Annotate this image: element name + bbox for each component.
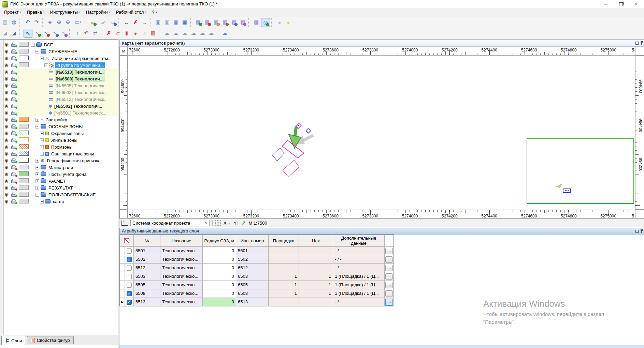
printer-icon[interactable] bbox=[11, 43, 16, 46]
tree-expand-icon[interactable]: + bbox=[35, 172, 39, 176]
layer-label[interactable]: Магистрали bbox=[47, 165, 74, 170]
cell-radius[interactable]: 0 bbox=[203, 281, 236, 289]
checkbox-cell[interactable]: ✓ bbox=[125, 289, 133, 298]
del-node-cursor-icon[interactable]: ↖ bbox=[42, 29, 50, 37]
pan-map-icon[interactable]: ◈ bbox=[46, 18, 54, 26]
visibility-eye-icon[interactable]: ◉ bbox=[4, 90, 8, 95]
table-del-row-icon[interactable]: ▦ bbox=[203, 18, 211, 26]
layer-label[interactable]: Сан. защитные зоны bbox=[50, 151, 95, 157]
cell-radius[interactable]: 0 bbox=[203, 255, 236, 263]
tree-expand-icon[interactable]: + bbox=[35, 159, 39, 163]
rect-select-cursor-icon[interactable]: ↖ bbox=[51, 29, 59, 37]
printer-icon[interactable] bbox=[11, 152, 16, 155]
menu-item-4[interactable]: Рабочий стол▾ bbox=[113, 8, 149, 16]
table-add-row-icon[interactable]: ▦ bbox=[194, 18, 202, 26]
cell-name[interactable]: Технологическо... bbox=[160, 272, 202, 281]
layer-label[interactable]: ВСЕ bbox=[43, 42, 54, 48]
minimize-button[interactable] bbox=[598, 0, 613, 8]
printer-icon[interactable] bbox=[11, 124, 16, 128]
tree-collapse-icon[interactable]: − bbox=[44, 63, 48, 67]
checkbox-unchecked[interactable] bbox=[127, 248, 132, 254]
visibility-eye-icon[interactable]: ◉ bbox=[4, 62, 8, 67]
cell-extra-data[interactable]: 1 (Площадка) / 1 (Ц... bbox=[333, 281, 384, 289]
layers-scrollbar[interactable] bbox=[0, 40, 4, 335]
layer-label[interactable]: [№6512] Технологическ... bbox=[55, 96, 109, 102]
checkbox-cell[interactable] bbox=[125, 247, 133, 255]
zoom-out-icon[interactable]: ⊖ bbox=[64, 18, 72, 26]
tree-expand-icon[interactable]: + bbox=[40, 200, 44, 203]
search-area-icon[interactable]: ◎ bbox=[261, 18, 270, 27]
visibility-eye-icon[interactable]: ◉ bbox=[4, 171, 8, 177]
circle-points-icon[interactable]: ◌ bbox=[140, 29, 148, 37]
cell-inv-number[interactable]: 5502 bbox=[236, 255, 268, 263]
browse-button[interactable]: … bbox=[385, 273, 393, 280]
layer-label[interactable]: РАСЧЕТ bbox=[47, 178, 67, 184]
cell-inv-number[interactable]: 6512 bbox=[236, 264, 268, 272]
clone-map-icon[interactable]: ▣ bbox=[172, 18, 180, 26]
cell-name[interactable]: Технологическо... bbox=[160, 289, 202, 298]
pin-icon[interactable] bbox=[641, 41, 642, 45]
table-link-icon[interactable]: ▦ bbox=[230, 18, 238, 26]
tab-layers[interactable]: Слои bbox=[1, 336, 26, 345]
checkbox-unchecked[interactable] bbox=[127, 266, 132, 271]
layer-label[interactable]: <Группа по умолчани... bbox=[55, 62, 105, 68]
table-user-icon[interactable]: ▦ bbox=[212, 18, 220, 26]
visibility-eye-icon[interactable]: ◉ bbox=[4, 178, 8, 183]
cell-extra-data[interactable]: 1 (Площадка) / 1 (Ц... bbox=[333, 272, 384, 281]
layer-label[interactable]: Жилые зоны bbox=[50, 137, 78, 143]
cell-inv-number[interactable]: 6505 bbox=[236, 281, 268, 289]
printer-icon[interactable] bbox=[11, 172, 16, 176]
layer-color-swatch[interactable] bbox=[19, 165, 29, 169]
layer-color-swatch[interactable] bbox=[19, 199, 29, 203]
grid-points-icon[interactable]: ▨ bbox=[149, 29, 157, 37]
delete-shape-icon[interactable]: ✗ bbox=[105, 29, 113, 37]
cell-name[interactable]: Технологическо... bbox=[160, 281, 202, 289]
visibility-eye-icon[interactable]: ◉ bbox=[4, 151, 8, 156]
cloud-subtract-icon[interactable]: ☁ bbox=[181, 29, 189, 37]
layer-label[interactable]: Географическая привязка bbox=[46, 158, 102, 164]
cell-name[interactable]: Технологическо... bbox=[160, 247, 202, 255]
cell-shop[interactable]: 1 bbox=[299, 272, 333, 281]
layer-color-swatch[interactable] bbox=[19, 117, 29, 122]
cell-inv-number[interactable]: 6513 bbox=[236, 298, 268, 306]
printer-icon[interactable] bbox=[11, 193, 16, 196]
printer-icon[interactable] bbox=[11, 70, 16, 74]
tree-collapse-icon[interactable]: − bbox=[35, 125, 39, 128]
visibility-eye-icon[interactable]: ◉ bbox=[4, 192, 8, 197]
table-attr-icon[interactable]: ▦ bbox=[221, 18, 229, 26]
layer-color-swatch[interactable] bbox=[19, 56, 29, 60]
visibility-eye-icon[interactable]: ◉ bbox=[4, 96, 8, 102]
layer-color-swatch[interactable] bbox=[19, 144, 29, 149]
layer-color-swatch[interactable] bbox=[19, 49, 29, 54]
printer-icon[interactable] bbox=[11, 63, 16, 67]
visibility-eye-icon[interactable]: ◉ bbox=[4, 158, 8, 163]
tree-expand-icon[interactable]: + bbox=[40, 145, 44, 149]
layer-label[interactable]: СЛУЖЕБНЫЕ bbox=[47, 49, 78, 55]
cell-inv-number[interactable]: 6503 bbox=[236, 272, 268, 281]
edit-contour-icon[interactable]: ▱ bbox=[114, 29, 122, 37]
visibility-eye-icon[interactable]: ◉ bbox=[4, 49, 8, 54]
printer-icon[interactable] bbox=[11, 138, 16, 142]
printer-icon[interactable] bbox=[11, 118, 16, 121]
layer-color-swatch[interactable] bbox=[19, 42, 29, 47]
cell-extra-data[interactable]: - / - bbox=[333, 264, 384, 272]
cell-site[interactable] bbox=[269, 298, 299, 306]
measure-path-icon[interactable]: → bbox=[140, 18, 148, 26]
cloud-intersect-icon[interactable]: ☁ bbox=[172, 29, 180, 37]
layer-color-swatch[interactable] bbox=[19, 158, 29, 163]
layer-label[interactable]: ОСОБЫЕ ЗОНЫ bbox=[47, 124, 84, 130]
cell-radius[interactable]: 0 bbox=[203, 272, 236, 281]
cell-number[interactable]: 6505 bbox=[134, 281, 160, 289]
cloud-xor-icon[interactable]: ☁ bbox=[189, 29, 198, 37]
browse-button[interactable]: … bbox=[385, 248, 393, 254]
tree-expand-icon[interactable]: + bbox=[40, 152, 44, 156]
float-panel-icon[interactable] bbox=[635, 42, 639, 45]
select-all-icon[interactable] bbox=[124, 238, 129, 243]
layer-label[interactable]: [№6508] Технологич... bbox=[55, 76, 105, 82]
printer-icon[interactable] bbox=[11, 84, 16, 87]
layer-label[interactable]: [№6503] Технологическ... bbox=[55, 90, 109, 95]
add-source-icon[interactable]: ∞ bbox=[89, 18, 97, 26]
layer-label[interactable]: [№6513] Технологич... bbox=[55, 69, 105, 75]
cell-inv-number[interactable]: 6508 bbox=[236, 289, 268, 298]
cell-radius[interactable]: 0 bbox=[203, 298, 236, 306]
